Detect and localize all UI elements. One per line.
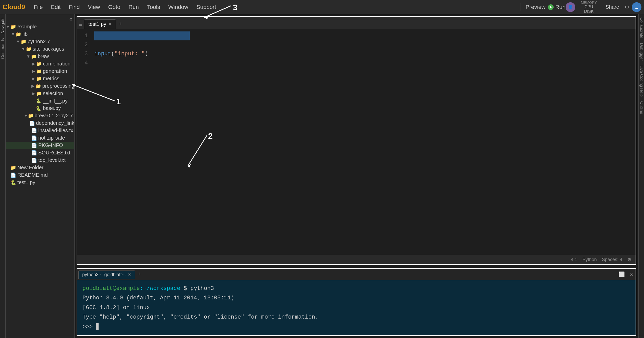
tree-label-new-folder: New Folder [17,165,43,171]
folder-icon-brew: 📁 [31,54,37,59]
tree-item-selection[interactable]: ▶ 📁 selection [6,90,74,97]
preview-button[interactable]: Preview [526,4,545,10]
code-paren-close: ) [145,51,148,57]
cloud-icon: ☁ [632,2,641,12]
folder-icon-metrics: 📁 [36,76,42,82]
menu-goto[interactable]: Goto [105,2,124,12]
tree-item-python27[interactable]: ▼ 📁 python2.7 [6,38,74,45]
tree-item-lib[interactable]: ▼ 📁 lib [6,30,74,38]
tree-item-preprocessing[interactable]: ▶ 📁 preprocessing [6,82,74,90]
memory-label: MEMORY [581,1,597,5]
code-line-4 [94,59,631,67]
tree-label-test1: test1.py [17,179,35,185]
preview-run-area: Preview Run [526,4,566,10]
sidebar-tab-outline[interactable]: Outline [639,99,644,116]
sidebar-tab-debugger[interactable]: Debugger [639,41,644,63]
tree-item-metrics[interactable]: ▶ 📁 metrics [6,75,74,82]
settings-icon[interactable]: ⚙ [625,4,629,10]
terminal-repl-prompt: >>> [82,324,96,330]
tree-item-generation[interactable]: ▶ 📁 generation [6,67,74,75]
status-language: Python [582,257,597,262]
code-paren-open: ( [111,51,114,57]
file-icon-pkg-info: 📄 [31,143,37,148]
terminal-maximize-button[interactable]: ⬜ [617,271,626,278]
tree-item-new-folder[interactable]: 📁 New Folder [6,164,74,171]
tab-add-button[interactable]: + [116,20,124,29]
tree-label-brew: brew [38,53,49,59]
terminal-line-4[interactable]: >>> [82,322,630,332]
menu-find[interactable]: Find [65,2,83,12]
share-button[interactable]: Share [602,3,622,11]
menu-tools[interactable]: Tools [144,2,164,12]
arrow-preprocessing: ▶ [31,84,35,88]
run-play-icon [548,4,554,10]
memory-display: MEMORY CPU DISK [581,1,597,14]
editor-tabs: ☰ test1.py ✕ + [77,17,636,29]
folder-icon-selection: 📁 [36,91,42,96]
tree-item-sources[interactable]: 📄 SOURCES.txt [6,149,74,156]
menu-file[interactable]: File [30,2,46,12]
tree-item-example[interactable]: ▼ 📁 example [6,23,74,30]
file-icon-base-py: 🐍 [36,106,42,111]
menu-support[interactable]: Support [193,2,220,12]
sidebar-tab-collaborate[interactable]: Collaborate [639,15,644,40]
terminal-tab-add[interactable]: + [135,270,144,279]
tree-label-example: example [17,24,37,30]
tree-item-dependency[interactable]: 📄 dependency_link [6,119,74,127]
tree-settings-icon[interactable]: ⚙ [69,16,72,22]
editor-tab-test1[interactable]: test1.py ✕ [84,19,116,29]
sidebar-tab-navigate[interactable]: Navigate [0,15,6,36]
arrow-lib: ▼ [11,32,15,37]
run-button[interactable]: Run [548,4,565,10]
menu-edit[interactable]: Edit [47,2,64,12]
folder-icon-lib: 📁 [15,31,21,37]
code-selected-block [94,31,190,40]
tree-item-init-py[interactable]: 🐍 __init__.py [6,97,74,105]
arrow-brew: ▼ [26,54,31,59]
tree-label-lib: lib [22,31,28,37]
code-string-val: "input: " [114,51,145,57]
tree-item-readme[interactable]: 📄 README.md [6,171,74,179]
tree-item-pkg-info[interactable]: 📄 PKG-INFO [6,142,74,149]
sidebar-tab-commands[interactable]: Commands [0,36,6,61]
tree-item-site-packages[interactable]: ▼ 📁 site-packages [6,45,74,53]
menu-run[interactable]: Run [125,2,142,12]
terminal-close-button[interactable]: ✕ [628,271,635,278]
tree-item-not-zip-safe[interactable]: 📄 not-zip-safe [6,134,74,142]
folder-icon-new-folder: 📁 [10,165,16,171]
terminal-content[interactable]: goldblatt@example:~/workspace $ python3 … [77,280,636,335]
arrow-site-packages: ▼ [21,47,26,51]
code-editor[interactable]: 1 2 3 4 input("input: ") [77,29,636,255]
tree-label-init-py: __init__.py [43,98,68,104]
terminal-cursor [96,323,99,330]
tab-menu-icon[interactable]: ☰ [78,23,82,29]
folder-icon-combination: 📁 [36,61,42,67]
terminal-wrapper: python3 - "goldblatt-« ✕ + ⬜ ✕ goldblatt… [77,268,636,336]
tree-item-brew[interactable]: ▼ 📁 brew [6,53,74,60]
menu-window[interactable]: Window [165,2,192,12]
tree-item-base-py[interactable]: 🐍 base.py [6,105,74,112]
tab-close-button[interactable]: ✕ [108,22,112,27]
terminal-tab-python3[interactable]: python3 - "goldblatt-« ✕ [78,271,135,279]
file-icon-sources: 📄 [31,150,37,156]
file-icon-top-level: 📄 [31,157,37,163]
terminal-line-2: [GCC 4.8.2] on linux [82,303,630,312]
tree-item-top-level[interactable]: 📄 top_level.txt [6,156,74,164]
file-icon-not-zip: 📄 [31,135,37,141]
code-content[interactable]: input("input: ") [90,29,636,255]
tree-item-brew-version[interactable]: ▼ 📁 brew-0.1.2-py2.7. [6,112,74,119]
tree-item-installed-files[interactable]: 📄 installed-files.tx [6,127,74,134]
terminal-tabs: python3 - "goldblatt-« ✕ + ⬜ ✕ [77,269,636,280]
terminal-line-3: Type "help", "copyright", "credits" or "… [82,312,630,322]
terminal-tab-close[interactable]: ✕ [128,272,131,277]
left-sidebar-tabs: Navigate Commands [0,14,6,338]
file-tree[interactable]: ⚙ ▼ 📁 example ▼ 📁 lib ▼ 📁 python2.7 ▼ 📁 [6,14,75,338]
tree-item-test1-py[interactable]: 🐍 test1.py [6,179,74,186]
sidebar-tab-live-coding[interactable]: Live Coding Help [639,63,644,99]
logo[interactable]: Cloud9 [3,3,25,11]
avatar: 👤 [566,2,575,12]
status-settings-icon[interactable]: ⚙ [627,257,631,263]
editor-statusbar: 4:1 Python Spaces: 4 ⚙ [77,255,636,264]
tree-item-combination[interactable]: ▶ 📁 combination [6,60,74,67]
menu-view[interactable]: View [84,2,103,12]
